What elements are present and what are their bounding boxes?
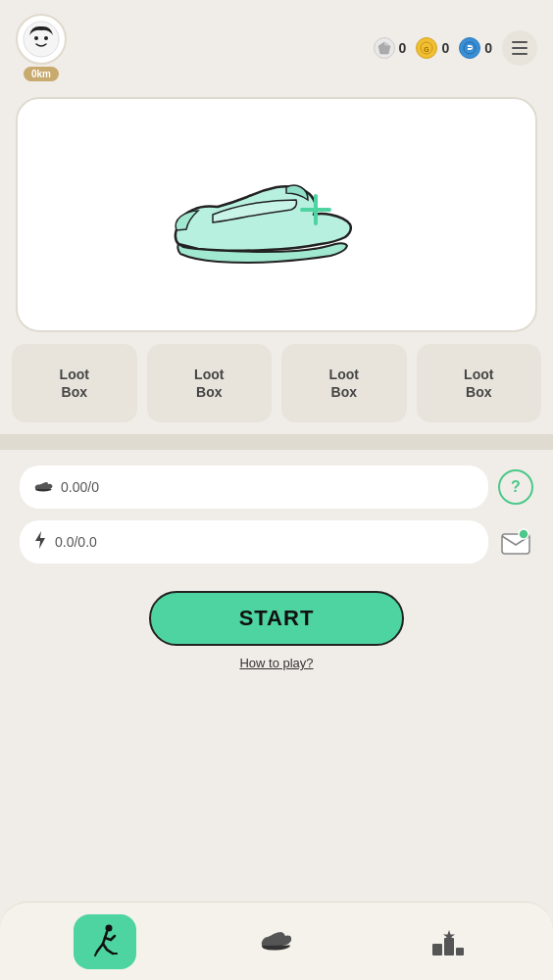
avatar-badge: 0km [24, 67, 59, 81]
svg-point-2 [44, 36, 48, 40]
currency-row: 0 G 0 0 [374, 30, 537, 66]
loot-box-2-label: LootBox [194, 366, 224, 401]
loot-box-2[interactable]: LootBox [147, 344, 273, 422]
currency-coin: G 0 [416, 37, 449, 59]
loot-box-1-label: LootBox [60, 366, 89, 401]
loot-box-3[interactable]: LootBox [281, 344, 407, 422]
nav-item-run[interactable] [74, 914, 136, 969]
token-value: 0 [484, 40, 492, 56]
svg-point-1 [34, 36, 38, 40]
running-shoe-icon [33, 477, 53, 497]
stat-bar-distance: 0.00/0 [20, 466, 488, 509]
loot-box-4[interactable]: LootBox [417, 344, 542, 422]
sneaker-display [139, 126, 414, 303]
run-icon [87, 922, 123, 961]
start-button[interactable]: START [149, 591, 404, 646]
svg-rect-19 [456, 948, 464, 956]
gem-value: 0 [399, 40, 407, 56]
start-section: START How to play? [0, 575, 553, 670]
avatar-container: 0km [16, 14, 67, 81]
trophy-icon [430, 922, 466, 961]
svg-text:G: G [425, 45, 430, 52]
mail-icon [500, 528, 531, 556]
menu-line-3 [512, 53, 528, 55]
stat-row-energy: 0.0/0.0 [20, 520, 533, 564]
nav-item-sneaker[interactable] [245, 914, 308, 969]
avatar-face-icon [22, 20, 61, 59]
svg-rect-17 [432, 944, 442, 956]
distance-value: 0.00/0 [61, 479, 99, 495]
token-icon [459, 37, 480, 59]
gem-icon [374, 37, 395, 59]
mail-button[interactable] [498, 524, 533, 560]
how-to-play-link[interactable]: How to play? [239, 656, 313, 670]
menu-line-1 [512, 41, 528, 43]
menu-button[interactable] [502, 30, 537, 66]
loot-boxes-section: LootBox LootBox LootBox LootBox [0, 344, 553, 422]
energy-value: 0.0/0.0 [55, 534, 97, 550]
nav-item-leaderboard[interactable] [417, 914, 479, 969]
coin-icon: G [416, 37, 437, 59]
lightning-icon [33, 531, 47, 553]
coin-value: 0 [441, 40, 449, 56]
loot-box-4-label: LootBox [464, 366, 493, 401]
svg-marker-13 [35, 531, 45, 549]
loot-box-1[interactable]: LootBox [12, 344, 137, 422]
avatar[interactable] [16, 14, 67, 65]
loot-boxes-row: LootBox LootBox LootBox LootBox [12, 344, 541, 422]
svg-rect-18 [444, 938, 454, 956]
stat-bar-energy: 0.0/0.0 [20, 520, 488, 564]
currency-gem: 0 [374, 37, 407, 59]
help-button[interactable]: ? [498, 469, 533, 505]
header: 0km 0 G 0 [0, 0, 553, 89]
svg-point-15 [519, 529, 528, 539]
loot-box-3-label: LootBox [329, 366, 359, 401]
svg-point-16 [106, 924, 113, 931]
stat-row-distance: 0.00/0 ? [20, 466, 533, 509]
currency-token: 0 [459, 37, 492, 59]
bottom-nav [0, 902, 553, 980]
menu-line-2 [512, 47, 528, 49]
sneaker-nav-icon [259, 926, 294, 957]
divider-band [0, 434, 553, 450]
sneaker-icon [139, 136, 414, 293]
help-icon: ? [511, 478, 521, 496]
sneaker-card[interactable] [16, 97, 537, 332]
stats-section: 0.00/0 ? 0.0/0.0 [0, 450, 553, 564]
